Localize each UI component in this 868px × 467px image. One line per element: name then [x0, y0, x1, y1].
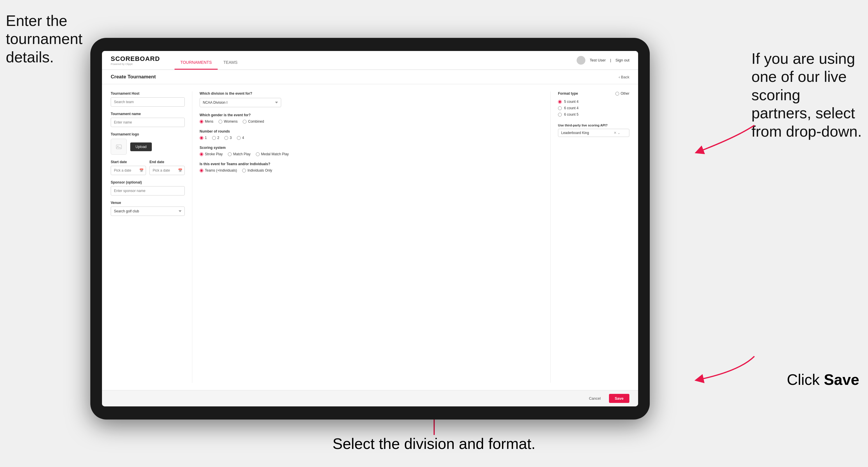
scoring-stroke-item[interactable]: Stroke Play	[199, 152, 223, 156]
end-date-wrap: 📅	[150, 166, 185, 175]
gender-womens-item[interactable]: Womens	[219, 119, 238, 124]
teams-team-radio[interactable]	[199, 169, 204, 173]
teams-individuals-item[interactable]: Individuals Only	[242, 168, 272, 173]
live-scoring-label: Use third-party live scoring API?	[558, 124, 629, 127]
format-6count4-item: 6 count 4	[558, 106, 629, 110]
teams-label: Is this event for Teams and/or Individua…	[199, 162, 543, 166]
form-middle-column: Which division is the event for? NCAA Di…	[192, 91, 551, 383]
live-scoring-value: Leaderboard King	[561, 131, 589, 135]
teams-radio-group: Teams (+Individuals) Individuals Only	[199, 168, 543, 173]
format-6count5-radio[interactable]	[558, 113, 562, 117]
format-5count4-radio[interactable]	[558, 100, 562, 104]
format-type-label: Format type	[558, 91, 578, 96]
annotation-top-left: Enter the tournament details.	[6, 12, 96, 66]
rounds-label: Number of rounds	[199, 129, 543, 133]
header-left: SCOREBOARD Powered by Clippit TOURNAMENT…	[111, 51, 243, 70]
scoring-match-item[interactable]: Match Play	[228, 152, 250, 156]
nav-tab-teams[interactable]: TEAMS	[218, 51, 243, 70]
division-select[interactable]: NCAA Division I NCAA Division II NCAA Di…	[199, 98, 281, 107]
gender-womens-label: Womens	[224, 119, 238, 124]
form-footer: Cancel Save	[102, 390, 638, 406]
scoring-stroke-label: Stroke Play	[205, 152, 223, 156]
rounds-4-item[interactable]: 4	[237, 136, 244, 140]
rounds-2-label: 2	[217, 136, 219, 140]
gender-mens-radio[interactable]	[199, 120, 204, 124]
sign-out-link[interactable]: Sign out	[615, 58, 629, 62]
tablet-frame: SCOREBOARD Powered by Clippit TOURNAMENT…	[90, 38, 650, 419]
teams-individuals-label: Individuals Only	[247, 168, 272, 173]
annotation-bottom-right: Click Save	[787, 371, 859, 388]
form-body: Tournament Host Tournament name Tourname…	[102, 84, 638, 390]
rounds-2-item[interactable]: 2	[212, 136, 219, 140]
format-6count5-label: 6 count 5	[564, 113, 578, 117]
gender-combined-radio[interactable]	[243, 120, 247, 124]
upload-button[interactable]: Upload	[130, 143, 152, 151]
scoring-medal-radio[interactable]	[256, 152, 259, 156]
tournament-logo-label: Tournament logo	[111, 132, 185, 136]
rounds-1-item[interactable]: 1	[199, 136, 207, 140]
live-scoring-select-wrap[interactable]: Leaderboard King ✕ ⌄	[558, 129, 629, 137]
header-right: Test User | Sign out	[577, 56, 629, 65]
nav-tab-tournaments[interactable]: TOURNAMENTS	[175, 51, 218, 70]
start-date-label: Start date	[111, 160, 146, 164]
gender-combined-label: Combined	[248, 119, 264, 124]
tournament-logo-group: Tournament logo Upload	[111, 132, 185, 155]
other-radio[interactable]	[615, 92, 619, 96]
scoring-medal-label: Medal Match Play	[261, 152, 289, 156]
logo-upload-area: Upload	[111, 139, 185, 155]
other-option-item[interactable]: Other	[615, 91, 629, 96]
app-header: SCOREBOARD Powered by Clippit TOURNAMENT…	[102, 51, 638, 70]
venue-select[interactable]: Search golf club	[111, 207, 185, 216]
calendar-icon-end: 📅	[178, 168, 182, 173]
start-date-wrap: 📅	[111, 166, 146, 175]
venue-label: Venue	[111, 201, 185, 205]
rounds-1-radio[interactable]	[199, 136, 204, 140]
sponsor-input[interactable]	[111, 186, 185, 195]
division-section: Which division is the event for? NCAA Di…	[199, 91, 543, 107]
back-link[interactable]: ‹ Back	[619, 75, 629, 79]
sponsor-label: Sponsor (optional)	[111, 180, 185, 184]
rounds-2-radio[interactable]	[212, 136, 216, 140]
logo-area: SCOREBOARD Powered by Clippit	[111, 55, 160, 66]
gender-mens-item[interactable]: Mens	[199, 119, 213, 124]
format-6count4-radio[interactable]	[558, 106, 562, 110]
calendar-icon-start: 📅	[139, 168, 144, 173]
end-date-label: End date	[150, 160, 185, 164]
form-left-column: Tournament Host Tournament name Tourname…	[111, 91, 192, 383]
nav-tabs: TOURNAMENTS TEAMS	[175, 51, 243, 70]
teams-individuals-radio[interactable]	[242, 169, 246, 173]
division-label: Which division is the event for?	[199, 91, 543, 96]
format-5count4-item: 5 count 4	[558, 100, 629, 104]
format-5count4-label: 5 count 4	[564, 100, 578, 104]
scoring-match-radio[interactable]	[228, 152, 231, 156]
start-date-group: Start date 📅	[111, 160, 146, 175]
scoring-label: Scoring system	[199, 146, 543, 150]
rounds-4-radio[interactable]	[237, 136, 241, 140]
venue-select-wrap: Search golf club	[111, 207, 185, 216]
save-button[interactable]: Save	[609, 394, 629, 403]
rounds-3-item[interactable]: 3	[224, 136, 231, 140]
gender-womens-radio[interactable]	[219, 120, 222, 124]
avatar	[577, 56, 585, 65]
tournament-name-group: Tournament name	[111, 112, 185, 127]
gender-section: Which gender is the event for? Mens Wome…	[199, 113, 543, 124]
gender-combined-item[interactable]: Combined	[243, 119, 264, 124]
live-scoring-clear-icon[interactable]: ✕ ⌄	[614, 131, 620, 135]
rounds-3-radio[interactable]	[224, 136, 228, 140]
format-6count4-label: 6 count 4	[564, 106, 578, 110]
separator: |	[610, 58, 611, 62]
rounds-1-label: 1	[205, 136, 207, 140]
tournament-name-input[interactable]	[111, 118, 185, 127]
gender-label: Which gender is the event for?	[199, 113, 543, 117]
rounds-radio-group: 1 2 3 4	[199, 136, 543, 140]
teams-team-item[interactable]: Teams (+Individuals)	[199, 168, 237, 173]
scoring-match-label: Match Play	[233, 152, 250, 156]
tournament-host-input[interactable]	[111, 97, 185, 106]
format-options-list: 5 count 4 6 count 4 6 count 5	[558, 100, 629, 117]
gender-radio-group: Mens Womens Combined	[199, 119, 543, 124]
annotation-bottom-center: Select the division and format.	[333, 435, 535, 453]
cancel-button[interactable]: Cancel	[584, 394, 605, 403]
teams-team-label: Teams (+Individuals)	[205, 168, 237, 173]
scoring-stroke-radio[interactable]	[199, 152, 204, 156]
scoring-medal-item[interactable]: Medal Match Play	[256, 152, 289, 156]
